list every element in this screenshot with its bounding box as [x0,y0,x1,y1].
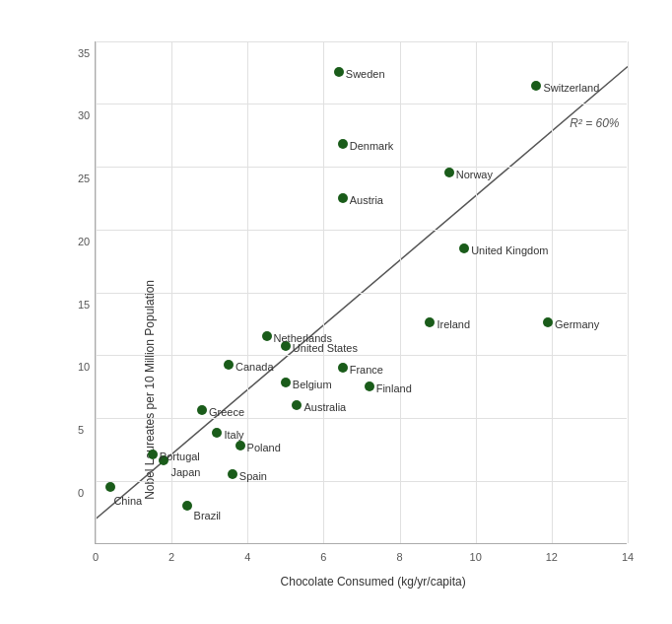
data-point [148,450,158,459]
y-tick-label: 20 [78,236,101,247]
grid-line-v [476,41,477,543]
country-label: Greece [209,406,244,418]
country-label: France [350,364,383,376]
data-point [425,317,435,327]
r2-label: R² = 60% [570,116,619,130]
x-tick-label: 8 [397,551,403,563]
y-tick-label: 0 [78,487,101,499]
country-label: Sweden [346,68,385,80]
grid-line-v [247,41,248,543]
x-tick-label: 0 [93,551,99,563]
x-axis-title: Chocolate Consumed (kg/yr/capita) [281,575,466,589]
data-point [105,482,115,492]
data-point [338,363,348,373]
grid-line-h [96,355,627,356]
country-label: Italy [224,429,243,441]
grid-line-v [323,41,324,543]
country-label: Ireland [437,318,470,330]
x-tick-label: 14 [622,551,634,563]
x-tick-label: 12 [546,551,558,563]
y-tick-label: 10 [78,361,101,373]
country-label: Brazil [194,510,222,521]
x-tick-label: 6 [320,551,326,563]
grid-line-h [96,230,627,231]
data-point [365,381,374,391]
y-tick-label: 35 [78,47,101,59]
country-label: Japan [170,466,200,478]
y-tick-label: 25 [78,173,101,184]
country-label: Australia [303,401,346,413]
grid-line-h [96,41,627,42]
country-label: Belgium [293,379,332,390]
grid-line-h [96,481,627,482]
data-point [235,441,245,451]
y-tick-label: 30 [78,109,101,121]
grid-line-v [400,41,401,543]
y-tick-label: 15 [78,299,101,311]
grid-line-h [96,104,627,104]
country-label: Switzerland [543,82,599,94]
data-point [338,139,348,149]
data-point [444,168,454,177]
country-label: Austria [350,194,383,206]
country-label: Canada [235,361,274,373]
data-point [182,501,192,511]
country-label: Portugal [160,451,200,462]
data-point [543,317,553,327]
data-point [228,469,237,479]
country-label: Norway [456,169,493,180]
data-point [292,400,302,410]
x-tick-label: 4 [244,551,250,563]
y-tick-label: 5 [78,424,101,436]
x-tick-label: 2 [168,551,174,563]
x-tick-label: 10 [470,551,482,563]
country-label: Finland [376,382,412,394]
data-point [281,378,291,387]
data-point [262,331,272,341]
country-label: Denmark [350,140,394,152]
country-label: Poland [247,442,281,453]
data-point [224,360,234,370]
grid-line-v [628,41,629,543]
chart-container: Nobel Laureates per 10 Million Populatio… [31,27,641,598]
data-point [334,67,344,77]
data-point [338,193,348,203]
grid-line-h [96,418,627,419]
country-label: United States [293,342,358,354]
data-point [212,428,222,438]
grid-line-v [552,41,553,543]
data-point [459,243,469,253]
grid-line-h [96,167,627,168]
country-label: United Kingdom [471,244,548,256]
country-label: Spain [239,470,267,482]
grid-line-h [96,293,627,294]
data-point [197,405,207,415]
country-label: Germany [555,318,599,330]
country-label: China [113,495,142,507]
data-point [531,81,541,91]
